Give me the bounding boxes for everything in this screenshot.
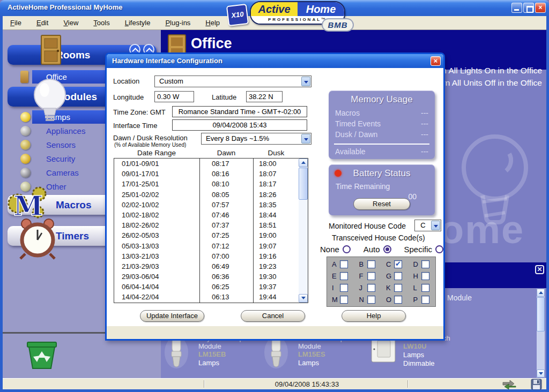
checkbox[interactable] [394, 284, 402, 292]
radio-circle-icon[interactable] [435, 245, 443, 253]
table-row[interactable]: 26/02-05/0307:2519:00 [114, 230, 299, 240]
house-code-n[interactable]: N [354, 296, 382, 304]
menu-plugins[interactable]: Plug-ins [158, 16, 198, 30]
scroll-thumb[interactable] [537, 297, 545, 331]
panel-close-icon[interactable]: ✕ [535, 265, 544, 274]
turn-all-units-off-link[interactable]: Turn All Units Off in the Office [430, 77, 542, 89]
scroll-up-icon[interactable] [537, 289, 545, 297]
window-title: ActiveHome Professional MyHome [8, 3, 123, 11]
table-row[interactable]: 10/02-18/0207:4618:44 [114, 210, 299, 220]
house-code-p[interactable]: P [409, 296, 436, 304]
logo-active-text: Active [251, 2, 298, 16]
menu-lifestyle[interactable]: Lifestyle [117, 16, 158, 30]
table-row[interactable]: 05/03-13/0307:1219:07 [114, 241, 299, 251]
dialog-close-button[interactable]: × [431, 56, 441, 66]
checkbox[interactable] [421, 272, 429, 280]
chevron-down-icon[interactable] [431, 221, 440, 230]
house-code-h[interactable]: H [409, 272, 436, 280]
radio-none[interactable]: None [320, 245, 351, 254]
radio-auto[interactable]: Auto [363, 245, 391, 254]
menu-edit[interactable]: Edit [29, 16, 56, 30]
table-row[interactable]: 18/02-26/0207:3718:51 [114, 220, 299, 230]
menu-tools[interactable]: Tools [86, 16, 117, 30]
house-code-l[interactable]: L [409, 284, 436, 292]
checkbox[interactable] [367, 284, 375, 292]
module-card-lm15eb[interactable]: Bayonet Lamp ModuleLM15EBLamps [164, 334, 261, 378]
scroll-up-icon[interactable] [299, 159, 308, 167]
house-code-e[interactable]: E [327, 272, 354, 280]
house-code-letter: I [332, 284, 338, 292]
table-scrollbar[interactable] [299, 159, 308, 303]
scroll-down-icon[interactable] [299, 294, 308, 303]
reset-button[interactable]: Reset [353, 198, 410, 210]
table-cell: 17/01-25/01 [114, 179, 200, 189]
transfer-arrows-icon[interactable] [502, 380, 517, 389]
table-cell: 19:30 [254, 272, 299, 282]
checkbox[interactable] [394, 272, 402, 280]
house-code-m[interactable]: M [327, 296, 354, 304]
table-row[interactable]: 02/02-10/0207:5718:35 [114, 200, 299, 210]
house-code-f[interactable]: F [354, 272, 382, 280]
house-code-j[interactable]: J [354, 284, 382, 292]
minimize-button[interactable] [511, 3, 522, 13]
chevron-down-icon[interactable] [301, 77, 310, 86]
checkbox[interactable] [367, 272, 375, 280]
latitude-field[interactable] [246, 91, 283, 102]
house-code-a[interactable]: A [327, 260, 354, 268]
house-code-g[interactable]: G [381, 272, 409, 280]
save-disk-icon[interactable] [531, 379, 542, 390]
table-row[interactable]: 09/01-17/0108:1618:07 [114, 169, 299, 179]
radio-circle-icon[interactable] [343, 245, 351, 253]
table-row[interactable]: 13/03-21/0307:0019:16 [114, 251, 299, 261]
recycle-bin-icon[interactable] [26, 341, 58, 371]
checkbox[interactable] [367, 296, 375, 304]
checkbox[interactable] [394, 260, 402, 268]
house-code-o[interactable]: O [381, 296, 409, 304]
checkbox[interactable] [340, 260, 348, 268]
location-select[interactable]: Custom [154, 76, 311, 87]
window-close-button[interactable]: × [535, 3, 546, 13]
table-row[interactable]: 29/03-06/0406:3619:30 [114, 272, 299, 282]
table-row[interactable]: 14/04-22/0406:1319:44 [114, 292, 299, 302]
module-card-lm15es[interactable]: Screw in LampModuleLM15ESLamps [264, 334, 360, 378]
checkbox[interactable] [421, 296, 429, 304]
checkbox[interactable] [340, 284, 348, 292]
table-row[interactable]: 25/01-02/0208:0518:26 [114, 190, 299, 200]
checkbox[interactable] [340, 272, 348, 280]
house-code-b[interactable]: B [354, 260, 382, 268]
monitored-house-code-select[interactable]: C [414, 220, 441, 231]
checkbox[interactable] [394, 296, 402, 304]
house-code-i[interactable]: I [327, 284, 354, 292]
house-code-c[interactable]: C [381, 260, 409, 268]
menu-file[interactable]: File [3, 16, 29, 30]
module-card-lw10u[interactable]: On/Wall SwitchLW10ULampsDimmable [369, 334, 465, 378]
house-code-d[interactable]: D [409, 260, 436, 268]
house-code-k[interactable]: K [381, 284, 409, 292]
turn-all-lights-on-link[interactable]: Turn All Lights On in the Office [430, 64, 542, 77]
scroll-thumb[interactable] [299, 168, 308, 200]
cancel-button[interactable]: Cancel [241, 310, 305, 322]
longitude-field[interactable] [154, 91, 194, 102]
checkbox[interactable] [367, 260, 375, 268]
checkbox[interactable] [421, 260, 429, 268]
scroll-down-icon[interactable] [537, 370, 545, 378]
table-row[interactable]: 01/01-09/0108:1718:00 [114, 159, 299, 169]
table-row[interactable]: 06/04-14/0406:2519:37 [114, 282, 299, 292]
status-divider [204, 380, 205, 388]
checkbox[interactable] [421, 284, 429, 292]
table-row[interactable]: 17/01-25/0108:1018:17 [114, 179, 299, 189]
chevron-down-icon[interactable] [301, 134, 310, 144]
menu-help[interactable]: Help [198, 16, 227, 30]
available-value: --- [421, 146, 428, 157]
radio-label: None [320, 245, 339, 254]
radio-specific[interactable]: Specific [404, 245, 443, 254]
resolution-select[interactable]: Every 8 Days ~1.5% [201, 133, 311, 145]
radio-circle-icon[interactable] [383, 245, 391, 253]
table-row[interactable]: 21/03-29/0306:4919:23 [114, 261, 299, 272]
menu-view[interactable]: View [56, 16, 86, 30]
checkbox[interactable] [340, 296, 348, 304]
restore-button[interactable] [523, 3, 534, 13]
panel-scrollbar[interactable] [537, 289, 545, 378]
help-button[interactable]: Help [342, 310, 406, 322]
update-interface-button[interactable]: Update Interface [140, 310, 204, 322]
